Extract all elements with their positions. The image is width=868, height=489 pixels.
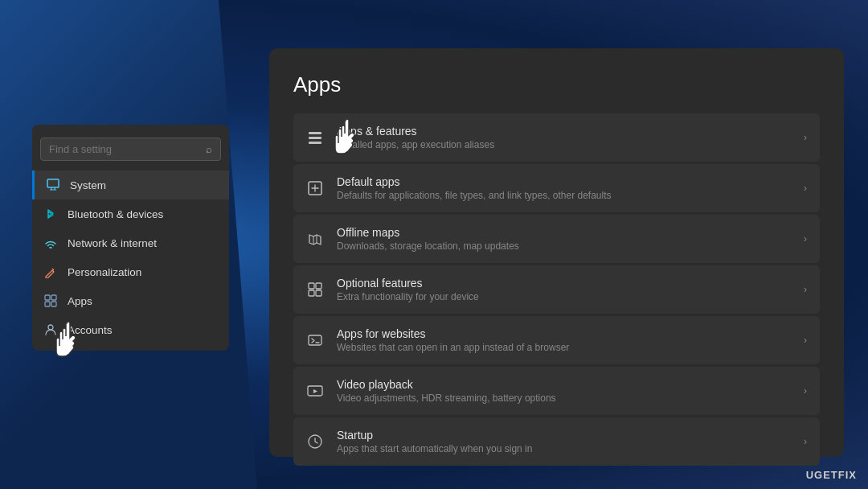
startup-text: Startup Apps that start automatically wh… (337, 429, 791, 454)
settings-item-optional-features[interactable]: Optional features Extra functionality fo… (293, 265, 820, 314)
svg-rect-10 (309, 283, 314, 289)
default-apps-desc: Defaults for applications, file types, a… (337, 190, 791, 201)
sidebar-item-label-bluetooth: Bluetooth & devices (68, 208, 163, 220)
default-apps-text: Default apps Defaults for applications, … (337, 175, 791, 201)
accounts-icon (43, 323, 58, 337)
sidebar-item-accounts[interactable]: Accounts (32, 315, 229, 344)
chevron-icon-0: › (804, 132, 807, 143)
settings-item-default-apps[interactable]: Default apps Defaults for applications, … (293, 164, 820, 213)
sidebar: ⌕ System Bluetooth & devices Network & i… (32, 125, 229, 351)
apps-websites-icon (306, 331, 324, 349)
video-playback-text: Video playback Video adjustments, HDR st… (337, 378, 791, 404)
settings-item-apps-features[interactable]: Apps & features Installed apps, app exec… (293, 113, 820, 162)
apps-websites-title: Apps for websites (337, 327, 791, 340)
startup-desc: Apps that start automatically when you s… (337, 443, 791, 454)
apps-features-desc: Installed apps, app execution aliases (337, 139, 791, 150)
svg-rect-4 (51, 302, 56, 306)
settings-item-offline-maps[interactable]: Offline maps Downloads, storage location… (293, 215, 820, 264)
svg-rect-1 (45, 295, 50, 300)
sidebar-item-system[interactable]: System (32, 171, 229, 199)
default-apps-title: Default apps (337, 175, 791, 188)
network-icon (43, 236, 58, 250)
offline-maps-icon (306, 230, 324, 248)
apps-icon (43, 294, 58, 308)
svg-rect-7 (309, 137, 321, 139)
search-input[interactable] (49, 143, 206, 155)
chevron-icon-2: › (804, 233, 807, 244)
settings-list: Apps & features Installed apps, app exec… (293, 113, 820, 466)
watermark: UGETFIX (806, 469, 857, 481)
video-playback-desc: Video adjustments, HDR streaming, batter… (337, 392, 791, 404)
startup-title: Startup (337, 429, 791, 442)
search-icon: ⌕ (206, 143, 212, 155)
startup-icon (306, 433, 324, 450)
svg-rect-13 (316, 290, 321, 296)
main-container: ⌕ System Bluetooth & devices Network & i… (0, 0, 868, 489)
svg-rect-3 (45, 302, 50, 306)
chevron-icon-1: › (804, 183, 807, 194)
apps-features-title: Apps & features (337, 125, 791, 138)
video-playback-icon (306, 382, 324, 400)
apps-websites-desc: Websites that can open in an app instead… (337, 342, 791, 353)
sidebar-item-apps[interactable]: Apps (32, 286, 229, 315)
settings-item-video-playback[interactable]: Video playback Video adjustments, HDR st… (293, 367, 820, 416)
offline-maps-title: Offline maps (337, 226, 791, 239)
svg-rect-14 (309, 335, 321, 345)
sidebar-item-label-accounts: Accounts (68, 324, 113, 336)
optional-features-title: Optional features (337, 277, 791, 290)
default-apps-icon (306, 179, 324, 197)
svg-point-5 (48, 325, 53, 330)
svg-rect-12 (309, 290, 314, 296)
apps-websites-text: Apps for websites Websites that can open… (337, 327, 791, 353)
bluetooth-icon (43, 207, 58, 221)
offline-maps-desc: Downloads, storage location, map updates (337, 240, 791, 252)
chevron-icon-3: › (804, 284, 807, 295)
svg-rect-11 (316, 283, 321, 289)
sidebar-item-label-personalization: Personalization (68, 266, 141, 278)
sidebar-item-network[interactable]: Network & internet (32, 228, 229, 257)
svg-rect-8 (309, 142, 321, 144)
chevron-icon-5: › (804, 385, 807, 397)
optional-features-desc: Extra functionality for your device (337, 291, 791, 302)
video-playback-title: Video playback (337, 378, 791, 391)
sidebar-item-label-apps: Apps (68, 295, 92, 307)
optional-features-text: Optional features Extra functionality fo… (337, 277, 791, 302)
offline-maps-text: Offline maps Downloads, storage location… (337, 226, 791, 252)
search-box[interactable]: ⌕ (40, 138, 221, 161)
chevron-icon-4: › (804, 335, 807, 346)
apps-features-icon (306, 129, 324, 146)
sidebar-item-bluetooth[interactable]: Bluetooth & devices (32, 199, 229, 228)
chevron-icon-6: › (804, 436, 807, 447)
apps-features-text: Apps & features Installed apps, app exec… (337, 125, 791, 150)
system-icon (46, 178, 60, 192)
page-title: Apps (293, 72, 820, 97)
sidebar-item-label-network: Network & internet (68, 237, 157, 249)
main-content: Apps Apps & features Installed apps, app… (269, 48, 844, 457)
svg-rect-6 (309, 132, 321, 134)
svg-rect-2 (51, 295, 56, 300)
optional-features-icon (306, 281, 324, 298)
personalization-icon (43, 265, 58, 279)
settings-item-apps-websites[interactable]: Apps for websites Websites that can open… (293, 316, 820, 365)
settings-item-startup[interactable]: Startup Apps that start automatically wh… (293, 417, 820, 466)
sidebar-item-personalization[interactable]: Personalization (32, 257, 229, 286)
svg-rect-0 (47, 179, 59, 187)
sidebar-item-label-system: System (70, 179, 106, 191)
